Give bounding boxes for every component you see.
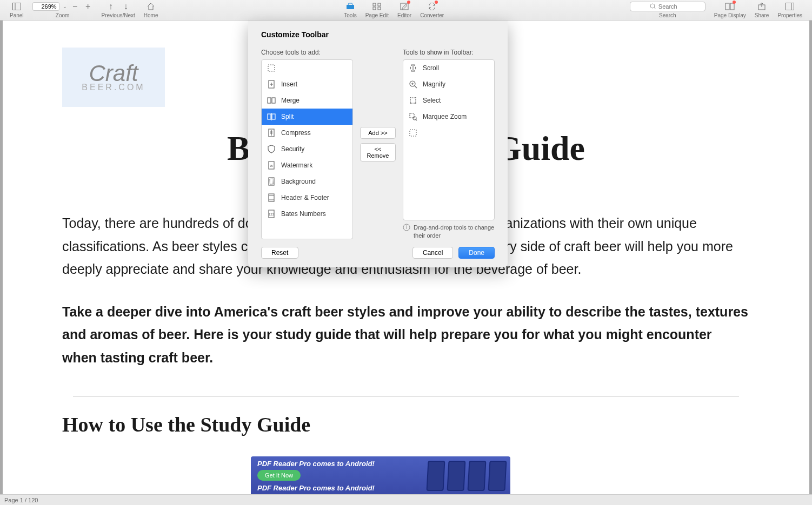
svg-rect-6 [378,7,381,10]
panel-icon[interactable] [12,2,22,11]
merge-icon [267,96,276,105]
pageedit-label: Page Edit [365,12,389,18]
properties-group: Properties [773,0,807,20]
list-item-label: Marquee Zoom [423,113,467,120]
list-item-label: Header & Footer [281,194,329,201]
available-item[interactable]: Security [262,141,352,157]
doc-subheading: How to Use the Study Guide [62,413,750,436]
home-label: Home [144,12,158,18]
svg-rect-5 [373,7,376,10]
svg-rect-0 [12,3,21,10]
cancel-button[interactable]: Cancel [412,247,453,259]
svg-text:i: i [406,225,407,230]
available-label: Choose tools to add: [261,49,353,56]
search-box[interactable] [630,2,705,11]
list-item-label: Watermark [281,161,312,169]
converter-group: Converter [416,0,448,20]
properties-icon[interactable] [785,2,795,11]
insert-icon [267,80,276,89]
banner-cta-button[interactable]: Get It Now [257,470,301,481]
available-item[interactable]: aWatermark [262,157,352,173]
search-label: Search [659,12,676,18]
magnify-icon [409,80,417,89]
svg-line-9 [654,8,656,9]
available-item[interactable] [262,60,352,76]
header-footer-icon [267,193,276,202]
doc-paragraph-2: Take a deeper dive into America's craft … [62,300,750,369]
tools-icon[interactable] [345,2,355,11]
toolbar-item[interactable] [403,125,494,141]
add-button[interactable]: Add >> [360,127,396,139]
svg-rect-20 [272,114,275,119]
reset-button[interactable]: Reset [261,247,298,259]
tools-label: Tools [344,12,356,18]
toolbar-tools-list[interactable]: ScrollMagnifySelectMarquee Zoom [403,59,495,220]
pagedisplay-label: Page Display [714,12,746,18]
svg-rect-15 [268,65,275,71]
panel-label: Panel [10,12,24,18]
search-group: Search [625,0,710,20]
available-item[interactable]: 123Bates Numbers [262,206,352,222]
next-icon[interactable]: ↓ [121,2,131,11]
svg-rect-10 [726,3,729,10]
available-item[interactable]: Split [262,109,352,125]
share-icon[interactable] [757,2,767,11]
svg-rect-27 [269,194,274,201]
svg-rect-44 [410,130,416,136]
main-toolbar: Panel 269% ⌄ − + Zoom ↑ ↓ Previous/Next … [0,0,812,21]
watermark-icon: a [267,161,276,170]
list-item-label: Background [281,178,316,185]
page-indicator: Page 1 / 120 [4,497,38,503]
done-button[interactable]: Done [458,247,495,259]
svg-rect-3 [373,3,376,6]
editor-label: Editor [397,12,411,18]
zoom-out-icon[interactable]: − [70,2,80,11]
list-item-label: Compress [281,129,311,137]
svg-rect-11 [730,3,734,10]
previous-icon[interactable]: ↑ [106,2,116,11]
zoom-in-icon[interactable]: + [83,2,93,11]
list-item-label: Merge [281,97,299,104]
available-tools-list[interactable]: InsertMergeSplitCompressSecurityaWaterma… [261,59,353,239]
search-input[interactable] [658,3,685,10]
prevnext-group: ↑ ↓ Previous/Next [97,0,139,20]
available-item[interactable]: Header & Footer [262,190,352,206]
svg-line-33 [415,86,417,88]
hint-text: Drag-and-drop tools to change their orde… [414,224,495,239]
split-icon [267,112,276,121]
available-item[interactable]: Insert [262,76,352,92]
svg-rect-19 [268,114,271,119]
converter-icon[interactable] [427,2,437,11]
remove-button[interactable]: << Remove [360,143,396,161]
home-icon[interactable] [146,2,156,11]
available-item[interactable]: Merge [262,92,352,109]
available-item[interactable]: Compress [262,125,352,141]
intoolbar-label: Tools to show in Toolbar: [403,49,495,56]
pageedit-icon[interactable] [372,2,382,11]
toolbar-item[interactable]: Marquee Zoom [403,109,494,125]
editor-icon[interactable] [400,2,409,11]
select-icon [409,96,417,105]
toolbar-item[interactable]: Select [403,92,494,109]
toolbar-item[interactable]: Magnify [403,76,494,92]
pagedisplay-icon[interactable] [725,2,735,11]
info-icon: i [403,224,410,231]
svg-rect-26 [270,179,273,184]
list-item-label: Insert [281,80,297,88]
zoom-value[interactable]: 269% [32,2,59,11]
svg-text:123: 123 [269,213,275,216]
promo-banner[interactable]: PDF Reader Pro comes to Android! Get It … [251,456,510,494]
editor-group: Editor [393,0,416,20]
svg-rect-4 [378,3,381,6]
dialog-title: Customize Toolbar [261,30,495,39]
zoom-dropdown-icon[interactable]: ⌄ [63,4,67,9]
svg-line-43 [416,119,417,120]
share-label: Share [755,12,769,18]
list-item-label: Magnify [423,80,445,88]
available-item[interactable]: Background [262,173,352,190]
toolbar-item[interactable]: Scroll [403,60,494,76]
list-item-label: Bates Numbers [281,210,326,218]
list-item-label: Scroll [423,64,439,72]
svg-rect-2 [347,5,354,9]
share-group: Share [750,0,774,20]
